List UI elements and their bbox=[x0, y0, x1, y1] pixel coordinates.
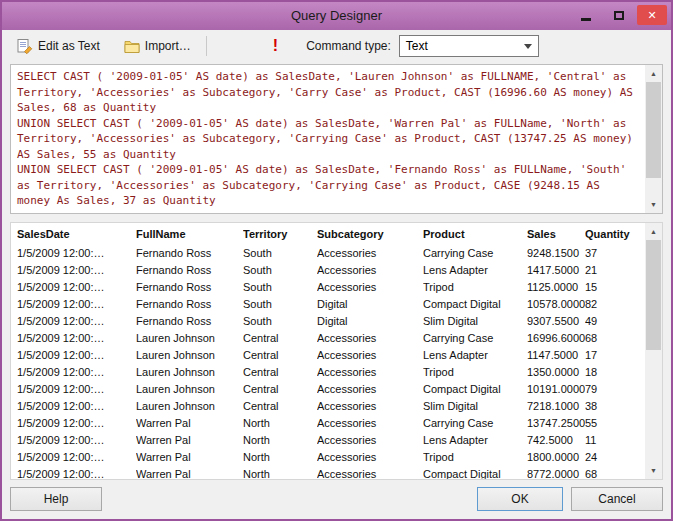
grid-cell: Fernando Ross bbox=[136, 315, 243, 327]
grid-cell: 1800.0000 bbox=[527, 451, 585, 463]
column-header-salesdate[interactable]: SalesDate bbox=[17, 228, 136, 240]
table-row[interactable]: 1/5/2009 12:00:…Lauren JohnsonCentralAcc… bbox=[17, 329, 645, 346]
table-row[interactable]: 1/5/2009 12:00:…Warren PalNorthAccessori… bbox=[17, 465, 645, 479]
grid-cell: 1/5/2009 12:00:… bbox=[17, 417, 136, 429]
table-row[interactable]: 1/5/2009 12:00:…Lauren JohnsonCentralAcc… bbox=[17, 346, 645, 363]
column-header-fullname[interactable]: FullName bbox=[136, 228, 243, 240]
table-row[interactable]: 1/5/2009 12:00:…Lauren JohnsonCentralAcc… bbox=[17, 397, 645, 414]
footer: Help OK Cancel bbox=[2, 480, 671, 511]
table-row[interactable]: 1/5/2009 12:00:…Lauren JohnsonCentralAcc… bbox=[17, 380, 645, 397]
edit-as-text-icon bbox=[17, 38, 33, 54]
maximize-icon bbox=[614, 11, 624, 20]
grid-cell: 17 bbox=[585, 349, 640, 361]
grid-cell: 13747.2500 bbox=[527, 417, 585, 429]
grid-cell: Warren Pal bbox=[136, 451, 243, 463]
table-row[interactable]: 1/5/2009 12:00:…Fernando RossSouthAccess… bbox=[17, 278, 645, 295]
sql-text[interactable]: SELECT CAST ( '2009-01-05' AS date) as S… bbox=[11, 65, 645, 213]
grid-cell: Accessories bbox=[317, 400, 423, 412]
sql-scrollbar[interactable]: ▲ ▼ bbox=[645, 65, 662, 213]
grid-cell: Warren Pal bbox=[136, 434, 243, 446]
grid-cell: Accessories bbox=[317, 349, 423, 361]
grid-cell: 18 bbox=[585, 366, 640, 378]
scroll-up-icon[interactable]: ▲ bbox=[645, 65, 662, 82]
grid-cell: 1/5/2009 12:00:… bbox=[17, 383, 136, 395]
grid-cell: Carrying Case bbox=[423, 332, 527, 344]
grid-cell: Central bbox=[243, 332, 317, 344]
grid-cell: 1/5/2009 12:00:… bbox=[17, 315, 136, 327]
grid-cell: Lens Adapter bbox=[423, 264, 527, 276]
minimize-icon bbox=[581, 18, 591, 21]
table-row[interactable]: 1/5/2009 12:00:…Warren PalNorthAccessori… bbox=[17, 414, 645, 431]
command-type-label: Command type: bbox=[306, 39, 391, 53]
grid-scrollbar[interactable]: ▲ ▼ bbox=[645, 223, 662, 479]
grid-cell: 1/5/2009 12:00:… bbox=[17, 298, 136, 310]
import-button[interactable]: Import… bbox=[117, 34, 198, 58]
ok-button[interactable]: OK bbox=[477, 487, 563, 511]
grid-body: 1/5/2009 12:00:…Fernando RossSouthAccess… bbox=[17, 244, 645, 479]
scrollbar-thumb[interactable] bbox=[646, 82, 661, 178]
sql-editor[interactable]: SELECT CAST ( '2009-01-05' AS date) as S… bbox=[10, 64, 663, 214]
column-header-territory[interactable]: Territory bbox=[243, 228, 317, 240]
grid-cell: Fernando Ross bbox=[136, 281, 243, 293]
minimize-button[interactable] bbox=[571, 5, 601, 25]
table-row[interactable]: 1/5/2009 12:00:…Fernando RossSouthDigita… bbox=[17, 312, 645, 329]
grid-cell: 49 bbox=[585, 315, 640, 327]
scrollbar-thumb[interactable] bbox=[646, 240, 661, 350]
scroll-down-icon[interactable]: ▼ bbox=[645, 196, 662, 213]
column-header-subcategory[interactable]: Subcategory bbox=[317, 228, 423, 240]
window-controls: ✕ bbox=[571, 5, 667, 25]
grid-cell: Lauren Johnson bbox=[136, 349, 243, 361]
grid-cell: 7218.1000 bbox=[527, 400, 585, 412]
grid-cell: North bbox=[243, 434, 317, 446]
grid-cell: Compact Digital bbox=[423, 383, 527, 395]
table-row[interactable]: 1/5/2009 12:00:…Warren PalNorthAccessori… bbox=[17, 431, 645, 448]
import-label: Import… bbox=[145, 39, 191, 53]
grid-cell: 9307.5500 bbox=[527, 315, 585, 327]
maximize-button[interactable] bbox=[604, 5, 634, 25]
edit-as-text-button[interactable]: Edit as Text bbox=[10, 34, 107, 58]
grid-cell: 1/5/2009 12:00:… bbox=[17, 264, 136, 276]
grid-cell: Central bbox=[243, 366, 317, 378]
table-row[interactable]: 1/5/2009 12:00:…Fernando RossSouthAccess… bbox=[17, 244, 645, 261]
scroll-up-icon[interactable]: ▲ bbox=[645, 223, 662, 240]
scroll-down-icon[interactable]: ▼ bbox=[645, 462, 662, 479]
column-header-sales[interactable]: Sales bbox=[527, 228, 585, 240]
table-row[interactable]: 1/5/2009 12:00:…Fernando RossSouthAccess… bbox=[17, 261, 645, 278]
grid-cell: 82 bbox=[585, 298, 640, 310]
grid-cell: 742.5000 bbox=[527, 434, 585, 446]
titlebar[interactable]: Query Designer ✕ bbox=[2, 2, 671, 30]
grid-cell: Lens Adapter bbox=[423, 434, 527, 446]
column-header-quantity[interactable]: Quantity bbox=[585, 228, 640, 240]
grid-cell: Accessories bbox=[317, 264, 423, 276]
grid-cell: South bbox=[243, 247, 317, 259]
grid-cell: Warren Pal bbox=[136, 468, 243, 480]
grid-cell: 1/5/2009 12:00:… bbox=[17, 349, 136, 361]
grid-cell: Accessories bbox=[317, 247, 423, 259]
grid-cell: Accessories bbox=[317, 451, 423, 463]
run-query-button[interactable]: ! bbox=[267, 37, 284, 55]
column-header-product[interactable]: Product bbox=[423, 228, 527, 240]
grid-cell: South bbox=[243, 298, 317, 310]
grid-cell: 55 bbox=[585, 417, 640, 429]
table-row[interactable]: 1/5/2009 12:00:…Warren PalNorthAccessori… bbox=[17, 448, 645, 465]
grid-cell: Digital bbox=[317, 315, 423, 327]
grid-cell: Compact Digital bbox=[423, 298, 527, 310]
table-row[interactable]: 1/5/2009 12:00:…Lauren JohnsonCentralAcc… bbox=[17, 363, 645, 380]
command-type-value: Text bbox=[406, 39, 428, 53]
edit-as-text-label: Edit as Text bbox=[38, 39, 100, 53]
grid-cell: 68 bbox=[585, 332, 640, 344]
chevron-down-icon bbox=[524, 44, 532, 49]
close-button[interactable]: ✕ bbox=[637, 5, 667, 25]
close-icon: ✕ bbox=[647, 9, 656, 22]
table-row[interactable]: 1/5/2009 12:00:…Fernando RossSouthDigita… bbox=[17, 295, 645, 312]
grid-cell: Accessories bbox=[317, 417, 423, 429]
help-button[interactable]: Help bbox=[10, 487, 102, 511]
grid-cell: Central bbox=[243, 400, 317, 412]
cancel-button[interactable]: Cancel bbox=[571, 487, 663, 511]
grid-cell: 1125.0000 bbox=[527, 281, 585, 293]
grid-cell: 1/5/2009 12:00:… bbox=[17, 247, 136, 259]
grid-cell: 11 bbox=[585, 434, 640, 446]
grid-cell: 1/5/2009 12:00:… bbox=[17, 281, 136, 293]
grid-cell: 21 bbox=[585, 264, 640, 276]
command-type-select[interactable]: Text bbox=[399, 35, 539, 57]
